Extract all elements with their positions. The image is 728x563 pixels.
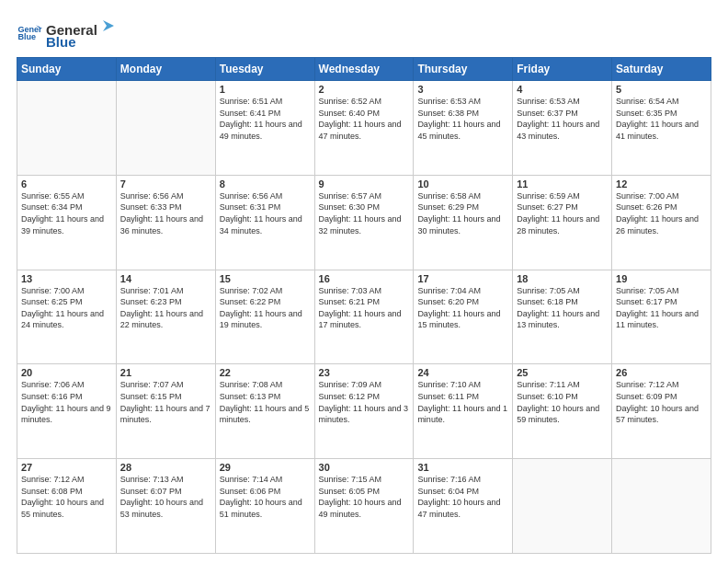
day-number: 1: [220, 84, 311, 95]
calendar-cell: 13Sunrise: 7:00 AMSunset: 6:25 PMDayligh…: [17, 270, 117, 364]
calendar-cell: 18Sunrise: 7:05 AMSunset: 6:18 PMDayligh…: [513, 270, 612, 364]
day-info: Sunrise: 6:54 AMSunset: 6:35 PMDaylight:…: [616, 96, 707, 142]
calendar-cell: 3Sunrise: 6:53 AMSunset: 6:38 PMDaylight…: [414, 81, 513, 176]
day-number: 23: [319, 367, 410, 378]
calendar-cell: 15Sunrise: 7:02 AMSunset: 6:22 PMDayligh…: [215, 270, 314, 364]
calendar-cell: 27Sunrise: 7:12 AMSunset: 6:08 PMDayligh…: [17, 459, 117, 554]
calendar-cell: 23Sunrise: 7:09 AMSunset: 6:12 PMDayligh…: [314, 364, 414, 459]
calendar-cell: 7Sunrise: 6:56 AMSunset: 6:33 PMDaylight…: [116, 175, 215, 270]
calendar-cell: 20Sunrise: 7:06 AMSunset: 6:16 PMDayligh…: [17, 364, 117, 459]
day-info: Sunrise: 6:52 AMSunset: 6:40 PMDaylight:…: [319, 96, 410, 142]
weekday-header: Friday: [513, 58, 612, 81]
svg-text:Blue: Blue: [17, 32, 36, 41]
calendar-cell: 8Sunrise: 6:56 AMSunset: 6:31 PMDaylight…: [215, 175, 314, 270]
day-number: 12: [616, 178, 707, 190]
calendar-cell: [17, 81, 117, 176]
day-info: Sunrise: 7:11 AMSunset: 6:10 PMDaylight:…: [517, 379, 608, 425]
calendar-cell: 11Sunrise: 6:59 AMSunset: 6:27 PMDayligh…: [513, 175, 612, 270]
day-info: Sunrise: 6:56 AMSunset: 6:33 PMDaylight:…: [120, 190, 211, 236]
day-info: Sunrise: 7:12 AMSunset: 6:08 PMDaylight:…: [21, 474, 112, 520]
day-number: 17: [417, 273, 508, 284]
day-info: Sunrise: 7:08 AMSunset: 6:13 PMDaylight:…: [220, 379, 311, 425]
day-number: 4: [517, 84, 608, 95]
day-number: 29: [220, 462, 311, 473]
calendar-cell: 30Sunrise: 7:15 AMSunset: 6:05 PMDayligh…: [314, 459, 414, 554]
day-info: Sunrise: 7:00 AMSunset: 6:26 PMDaylight:…: [616, 190, 707, 236]
calendar-cell: 4Sunrise: 6:53 AMSunset: 6:37 PMDaylight…: [513, 81, 612, 176]
calendar-cell: 10Sunrise: 6:58 AMSunset: 6:29 PMDayligh…: [414, 175, 513, 270]
logo-icon: General Blue: [17, 20, 42, 46]
day-number: 30: [319, 462, 410, 473]
page-header: General Blue General Blue: [17, 17, 711, 50]
day-number: 10: [417, 178, 508, 190]
day-number: 19: [616, 273, 707, 284]
day-number: 11: [517, 178, 608, 190]
calendar-cell: 19Sunrise: 7:05 AMSunset: 6:17 PMDayligh…: [612, 270, 711, 364]
logo-chevron-icon: [99, 17, 118, 35]
calendar-cell: 22Sunrise: 7:08 AMSunset: 6:13 PMDayligh…: [215, 364, 314, 459]
day-number: 2: [319, 84, 410, 95]
calendar-cell: 29Sunrise: 7:14 AMSunset: 6:06 PMDayligh…: [215, 459, 314, 554]
day-info: Sunrise: 7:10 AMSunset: 6:11 PMDaylight:…: [417, 379, 508, 425]
day-info: Sunrise: 7:03 AMSunset: 6:21 PMDaylight:…: [319, 285, 410, 331]
calendar-table: SundayMondayTuesdayWednesdayThursdayFrid…: [17, 57, 711, 554]
day-number: 25: [517, 367, 608, 378]
calendar-cell: 16Sunrise: 7:03 AMSunset: 6:21 PMDayligh…: [314, 270, 414, 364]
weekday-header: Sunday: [17, 58, 117, 81]
logo: General Blue General Blue: [17, 17, 118, 50]
day-info: Sunrise: 7:14 AMSunset: 6:06 PMDaylight:…: [220, 474, 311, 520]
day-info: Sunrise: 7:15 AMSunset: 6:05 PMDaylight:…: [319, 474, 410, 520]
calendar-cell: 17Sunrise: 7:04 AMSunset: 6:20 PMDayligh…: [414, 270, 513, 364]
day-number: 9: [319, 178, 410, 190]
day-info: Sunrise: 6:55 AMSunset: 6:34 PMDaylight:…: [21, 190, 112, 236]
day-info: Sunrise: 7:02 AMSunset: 6:22 PMDaylight:…: [220, 285, 311, 331]
calendar-cell: 28Sunrise: 7:13 AMSunset: 6:07 PMDayligh…: [116, 459, 215, 554]
day-info: Sunrise: 7:05 AMSunset: 6:17 PMDaylight:…: [616, 285, 707, 331]
weekday-header: Thursday: [414, 58, 513, 81]
day-number: 16: [319, 273, 410, 284]
calendar-week-row: 20Sunrise: 7:06 AMSunset: 6:16 PMDayligh…: [17, 364, 711, 459]
day-info: Sunrise: 7:13 AMSunset: 6:07 PMDaylight:…: [120, 474, 211, 520]
calendar-cell: 26Sunrise: 7:12 AMSunset: 6:09 PMDayligh…: [612, 364, 711, 459]
day-number: 18: [517, 273, 608, 284]
day-number: 5: [616, 84, 707, 95]
calendar-cell: 31Sunrise: 7:16 AMSunset: 6:04 PMDayligh…: [414, 459, 513, 554]
svg-marker-4: [103, 20, 114, 31]
calendar-cell: 6Sunrise: 6:55 AMSunset: 6:34 PMDaylight…: [17, 175, 117, 270]
calendar-week-row: 1Sunrise: 6:51 AMSunset: 6:41 PMDaylight…: [17, 81, 711, 176]
day-number: 28: [120, 462, 211, 473]
calendar-cell: 14Sunrise: 7:01 AMSunset: 6:23 PMDayligh…: [116, 270, 215, 364]
weekday-header: Tuesday: [215, 58, 314, 81]
day-info: Sunrise: 7:00 AMSunset: 6:25 PMDaylight:…: [21, 285, 112, 331]
day-info: Sunrise: 7:09 AMSunset: 6:12 PMDaylight:…: [319, 379, 410, 425]
calendar-cell: 24Sunrise: 7:10 AMSunset: 6:11 PMDayligh…: [414, 364, 513, 459]
day-info: Sunrise: 7:12 AMSunset: 6:09 PMDaylight:…: [616, 379, 707, 425]
calendar-week-row: 6Sunrise: 6:55 AMSunset: 6:34 PMDaylight…: [17, 175, 711, 270]
calendar-cell: 9Sunrise: 6:57 AMSunset: 6:30 PMDaylight…: [314, 175, 414, 270]
day-info: Sunrise: 6:53 AMSunset: 6:37 PMDaylight:…: [517, 96, 608, 142]
calendar-cell: [513, 459, 612, 554]
day-info: Sunrise: 6:58 AMSunset: 6:29 PMDaylight:…: [417, 190, 508, 236]
calendar-cell: 21Sunrise: 7:07 AMSunset: 6:15 PMDayligh…: [116, 364, 215, 459]
day-number: 20: [21, 367, 112, 378]
calendar-week-row: 27Sunrise: 7:12 AMSunset: 6:08 PMDayligh…: [17, 459, 711, 554]
day-number: 8: [220, 178, 311, 190]
weekday-header: Saturday: [612, 58, 711, 81]
day-number: 15: [220, 273, 311, 284]
calendar-cell: [116, 81, 215, 176]
calendar-cell: 12Sunrise: 7:00 AMSunset: 6:26 PMDayligh…: [612, 175, 711, 270]
day-number: 13: [21, 273, 112, 284]
weekday-header-row: SundayMondayTuesdayWednesdayThursdayFrid…: [17, 58, 711, 81]
day-info: Sunrise: 6:57 AMSunset: 6:30 PMDaylight:…: [319, 190, 410, 236]
weekday-header: Wednesday: [314, 58, 414, 81]
day-number: 27: [21, 462, 112, 473]
day-info: Sunrise: 6:59 AMSunset: 6:27 PMDaylight:…: [517, 190, 608, 236]
calendar-cell: [612, 459, 711, 554]
day-number: 6: [21, 178, 112, 190]
calendar-cell: 2Sunrise: 6:52 AMSunset: 6:40 PMDaylight…: [314, 81, 414, 176]
day-number: 22: [220, 367, 311, 378]
day-info: Sunrise: 7:07 AMSunset: 6:15 PMDaylight:…: [120, 379, 211, 425]
day-number: 24: [417, 367, 508, 378]
day-info: Sunrise: 7:06 AMSunset: 6:16 PMDaylight:…: [21, 379, 112, 425]
calendar-cell: 5Sunrise: 6:54 AMSunset: 6:35 PMDaylight…: [612, 81, 711, 176]
